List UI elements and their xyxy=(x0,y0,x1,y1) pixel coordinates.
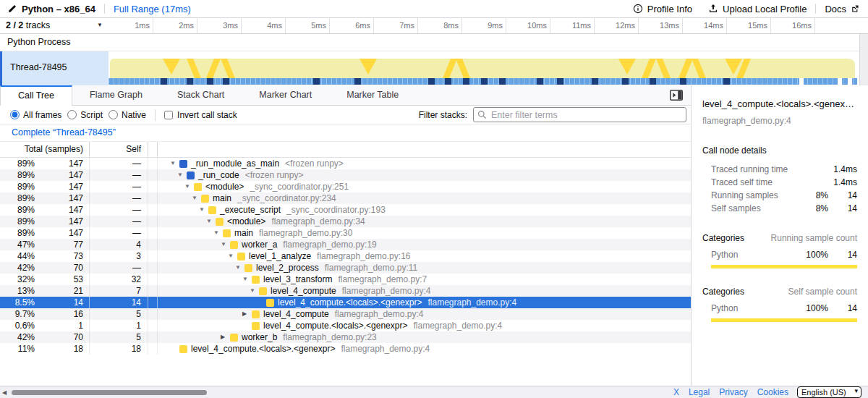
docs-link[interactable]: Docs xyxy=(825,4,859,14)
twisty-open-icon[interactable]: ▼ xyxy=(242,274,252,285)
row-self-samples: — xyxy=(90,181,148,192)
tab-call-tree[interactable]: Call Tree xyxy=(0,85,72,106)
profile-info-button[interactable]: Profile Info xyxy=(633,4,692,14)
breadcrumb-complete-thread[interactable]: Complete “Thread-78495” xyxy=(12,127,116,137)
tab-marker-table[interactable]: Marker Table xyxy=(329,85,416,105)
twisty-open-icon[interactable]: ▼ xyxy=(199,204,208,216)
footer-link-cookies[interactable]: Cookies xyxy=(757,387,788,397)
sample-cluster xyxy=(650,78,656,85)
ruler-tick-label: 5ms xyxy=(286,21,326,30)
row-total-percent: 89% xyxy=(0,181,35,192)
invert-checkbox-input[interactable] xyxy=(164,111,173,119)
column-header-total[interactable]: Total (samples) xyxy=(0,142,90,158)
radio-input-all-frames[interactable] xyxy=(10,110,20,119)
thread-samples-strip[interactable] xyxy=(109,78,857,85)
tab-stack-chart[interactable]: Stack Chart xyxy=(160,85,242,105)
row-self-samples: — xyxy=(90,204,148,216)
upload-profile-button[interactable]: Upload Local Profile xyxy=(708,4,807,14)
twisty-open-icon[interactable]: ▼ xyxy=(192,192,201,204)
tree-row[interactable]: 8.5%1414level_4_compute.<locals>.<genexp… xyxy=(0,297,692,308)
row-total-cell: 9.7%16 xyxy=(0,308,90,320)
twisty-open-icon[interactable]: ▼ xyxy=(213,227,223,239)
categories-label: Categories xyxy=(702,287,744,297)
tree-row[interactable]: 0.6%11level_4_compute.<locals>.<genexpr>… xyxy=(0,320,692,331)
sidebar-category-row: Python100%14 xyxy=(702,302,857,315)
twisty-open-icon[interactable]: ▼ xyxy=(206,216,216,227)
function-location: flamegraph_demo.py:4 xyxy=(335,308,424,320)
row-function-cell: level_4_compute.<locals>.<genexpr>flameg… xyxy=(164,297,692,308)
row-spacer xyxy=(158,262,164,274)
thread-track-label[interactable]: Thread-78495 xyxy=(2,51,109,85)
twisty-open-icon[interactable]: ▼ xyxy=(221,239,230,250)
radio-all-frames[interactable]: All frames xyxy=(4,110,61,120)
function-name: level_4_compute.<locals>.<genexpr> xyxy=(278,297,422,308)
twisty-open-icon[interactable]: ▼ xyxy=(170,158,179,169)
row-self-samples: 32 xyxy=(90,274,148,285)
twisty-open-icon[interactable]: ▼ xyxy=(235,262,244,274)
ruler-tick-label: 7ms xyxy=(374,21,414,30)
tree-row[interactable]: 42%70—▼level_2_processflamegraph_demo.py… xyxy=(0,262,692,274)
filter-stacks-input[interactable] xyxy=(473,107,686,122)
footer-links: XLegalPrivacyCookies xyxy=(673,387,788,397)
twisty-open-icon[interactable]: ▼ xyxy=(184,181,194,192)
detail-percent: 8% xyxy=(796,190,828,200)
tree-row[interactable]: 47%774▼worker_aflamegraph_demo.py:19 xyxy=(0,239,692,250)
function-location: flamegraph_demo.py:19 xyxy=(283,239,376,250)
twisty-closed-icon[interactable]: ▶ xyxy=(242,308,252,320)
tree-row[interactable]: 89%147—▼_run_code<frozen runpy> xyxy=(0,169,692,181)
tracks-scrollbar[interactable] xyxy=(859,34,868,85)
footer-link-privacy[interactable]: Privacy xyxy=(719,387,747,397)
tree-row[interactable]: 89%147—▼<module>flamegraph_demo.py:34 xyxy=(0,216,692,227)
column-header-tree xyxy=(164,142,692,158)
ruler-tick-label: 12ms xyxy=(595,21,635,30)
thread-track[interactable]: Thread-78495 xyxy=(0,51,868,85)
tree-row[interactable]: 89%147—▼mainflamegraph_demo.py:30 xyxy=(0,227,692,239)
tree-row[interactable]: 42%705▶worker_bflamegraph_demo.py:23 xyxy=(0,331,692,343)
full-range-link[interactable]: Full Range (17ms) xyxy=(114,4,191,14)
row-total-samples: 147 xyxy=(35,169,89,181)
tab-flame-graph[interactable]: Flame Graph xyxy=(72,85,160,105)
invert-call-stack-checkbox[interactable]: Invert call stack xyxy=(163,110,237,120)
twisty-open-icon[interactable]: ▼ xyxy=(228,250,237,262)
sidebar-node-location: flamegraph_demo.py:4 xyxy=(702,116,857,126)
twisty-closed-icon[interactable]: ▶ xyxy=(221,331,230,343)
row-total-cell: 89%147 xyxy=(0,227,90,239)
column-spacer xyxy=(158,142,164,158)
tree-row[interactable]: 32%5332▼level_3_transformflamegraph_demo… xyxy=(0,274,692,285)
sidebar-toggle-button[interactable] xyxy=(669,90,684,101)
category-icon-yellow xyxy=(230,241,238,249)
tab-marker-chart[interactable]: Marker Chart xyxy=(242,85,329,105)
row-total-samples: 70 xyxy=(35,331,89,343)
twisty-open-icon[interactable]: ▼ xyxy=(177,169,187,181)
radio-input-native[interactable] xyxy=(109,110,118,119)
info-icon xyxy=(633,4,643,14)
tree-row[interactable]: 89%147—▼main_sync_coordinator.py:234 xyxy=(0,192,692,204)
tree-row[interactable]: 89%147—▼<module>_sync_coordinator.py:251 xyxy=(0,181,692,192)
footer-link-legal[interactable]: Legal xyxy=(689,387,710,397)
tracks-dropdown[interactable]: 2 / 2 tracks xyxy=(6,20,50,30)
tree-row[interactable]: 11%1818level_4_compute.<locals>.<genexpr… xyxy=(0,343,692,355)
process-track-header[interactable]: Python Process xyxy=(0,34,868,51)
radio-script[interactable]: Script xyxy=(61,110,103,120)
tree-row[interactable]: 89%147—▼_run_module_as_main<frozen runpy… xyxy=(0,158,692,169)
row-function-cell: ▼<module>_sync_coordinator.py:251 xyxy=(164,181,692,192)
tree-row[interactable]: 44%733▼level_1_analyzeflamegraph_demo.py… xyxy=(0,250,692,262)
radio-input-script[interactable] xyxy=(67,110,77,119)
row-total-samples: 147 xyxy=(35,158,89,169)
titlebar: Python – x86_64 Full Range (17ms) Profil… xyxy=(0,0,868,18)
hscroll-thumb[interactable] xyxy=(12,390,207,395)
edit-profile-name-icon[interactable] xyxy=(7,4,17,14)
column-header-self[interactable]: Self xyxy=(90,142,148,158)
twisty-open-icon[interactable]: ▼ xyxy=(250,285,259,297)
radio-native[interactable]: Native xyxy=(103,110,146,120)
tree-row[interactable]: 13%217▼level_4_computeflamegraph_demo.py… xyxy=(0,285,692,297)
tree-row[interactable]: 89%147—▼_execute_script_sync_coordinator… xyxy=(0,204,692,216)
sample-cluster xyxy=(354,78,361,85)
footer-link-x[interactable]: X xyxy=(673,387,679,397)
hscroll-left-arrow[interactable]: ◀ xyxy=(2,389,7,396)
tree-row[interactable]: 9.7%165▶level_4_computeflamegraph_demo.p… xyxy=(0,308,692,320)
timeline-ruler[interactable]: 2 / 2 tracks ▼ 1ms2ms3ms4ms5ms6ms7ms8ms9… xyxy=(0,18,868,34)
row-total-samples: 1 xyxy=(35,320,89,331)
function-name: _run_code xyxy=(198,169,239,181)
language-select[interactable]: English (US) xyxy=(797,386,861,398)
